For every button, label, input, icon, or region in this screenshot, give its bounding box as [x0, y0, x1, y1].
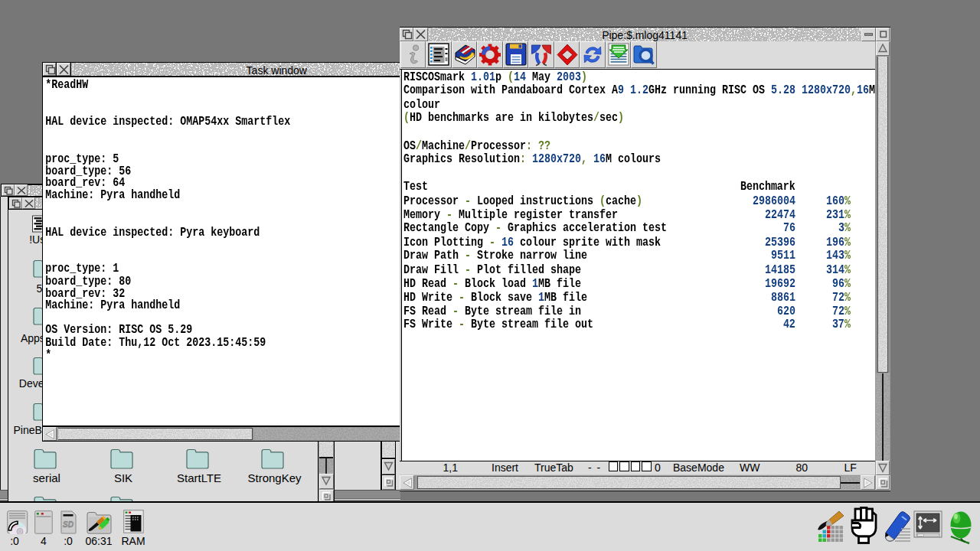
svg-text:SD: SD	[63, 520, 74, 529]
